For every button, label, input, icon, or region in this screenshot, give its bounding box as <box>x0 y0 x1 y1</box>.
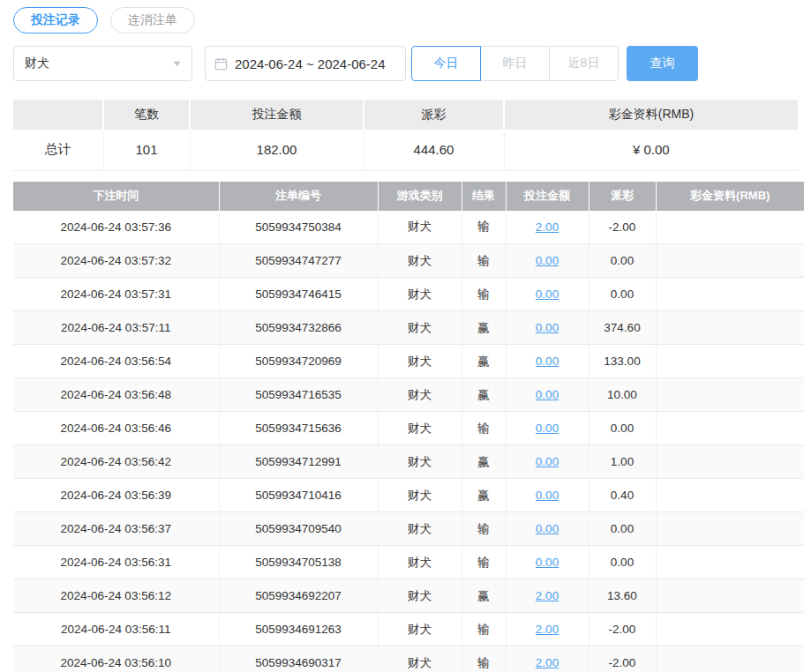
records-header-payout: 派彩 <box>589 182 656 211</box>
date-range-value: 2024-06-24 ~ 2024-06-24 <box>235 56 386 71</box>
bet-amount-link[interactable]: 0.00 <box>536 287 559 301</box>
quick-date-buttons: 今日 昨日 近8日 <box>411 46 619 81</box>
bet-time-cell: 2024-06-24 03:57:32 <box>13 244 219 278</box>
table-row: 2024-06-24 03:56:105059934690317财犬输2.00-… <box>13 646 804 672</box>
tab-cancelled-orders[interactable]: 连消注单 <box>110 7 195 34</box>
bet-amount-cell: 0.00 <box>506 512 589 546</box>
calendar-icon <box>214 57 228 71</box>
bet-amount-link[interactable]: 2.00 <box>536 589 559 602</box>
table-row: 2024-06-24 03:56:395059934710416财犬赢0.000… <box>13 479 804 512</box>
game-type-cell: 财犬 <box>378 445 462 479</box>
summary-total-bonus: ¥ 0.00 <box>504 130 798 170</box>
records-header-order-id: 注单编号 <box>219 182 378 211</box>
table-row: 2024-06-24 03:56:485059934716535财犬赢0.001… <box>13 378 804 412</box>
bet-amount-link[interactable]: 0.00 <box>536 522 559 535</box>
bonus-cell <box>656 345 804 378</box>
bet-time-cell: 2024-06-24 03:56:48 <box>13 378 219 412</box>
records-header-result: 结果 <box>462 182 506 211</box>
game-type-cell: 财犬 <box>378 613 462 646</box>
records-header-row: 下注时间 注单编号 游戏类别 结果 投注金额 派彩 彩金资料(RMB) <box>13 182 804 211</box>
bonus-cell <box>656 479 804 512</box>
table-row: 2024-06-24 03:56:465059934715636财犬输0.000… <box>13 412 804 445</box>
order-id-cell: 5059934692207 <box>219 579 378 613</box>
table-row: 2024-06-24 03:57:365059934750384财犬输2.00-… <box>13 211 804 244</box>
bonus-cell <box>656 311 804 345</box>
game-type-cell: 财犬 <box>378 412 462 445</box>
bet-amount-cell: 2.00 <box>506 613 589 646</box>
bonus-cell <box>656 378 804 412</box>
payout-cell: -2.00 <box>589 211 656 244</box>
bet-amount-link[interactable]: 0.00 <box>536 355 559 368</box>
tab-bet-records[interactable]: 投注记录 <box>13 7 98 34</box>
payout-cell: 13.60 <box>589 579 656 613</box>
records-header-bet-amount: 投注金额 <box>506 182 589 211</box>
payout-cell: -2.00 <box>589 613 656 646</box>
bet-amount-cell: 0.00 <box>506 311 589 345</box>
result-cell: 输 <box>462 412 506 445</box>
order-id-cell: 5059934720969 <box>219 345 378 378</box>
summary-header-count: 笔数 <box>103 100 190 130</box>
result-cell: 输 <box>462 646 506 672</box>
payout-cell: 0.00 <box>589 412 656 445</box>
payout-cell: 133.00 <box>589 345 656 378</box>
order-id-cell: 5059934710416 <box>219 479 378 512</box>
game-type-cell: 财犬 <box>378 211 462 244</box>
bet-time-cell: 2024-06-24 03:56:37 <box>13 512 219 546</box>
game-type-cell: 财犬 <box>378 278 462 311</box>
result-cell: 输 <box>462 211 506 244</box>
bet-time-cell: 2024-06-24 03:56:31 <box>13 546 219 579</box>
bet-time-cell: 2024-06-24 03:56:12 <box>13 579 219 613</box>
bet-amount-link[interactable]: 2.00 <box>536 220 559 234</box>
quick-btn-today[interactable]: 今日 <box>411 46 481 81</box>
bet-time-cell: 2024-06-24 03:57:36 <box>13 211 219 244</box>
quick-btn-last-8-days[interactable]: 近8日 <box>549 46 619 81</box>
bet-amount-link[interactable]: 2.00 <box>536 623 559 636</box>
bet-time-cell: 2024-06-24 03:56:46 <box>13 412 219 445</box>
table-row: 2024-06-24 03:56:545059934720969财犬赢0.001… <box>13 345 804 378</box>
chevron-down-icon: ▼ <box>171 59 182 68</box>
game-select[interactable]: 财犬 ▼ <box>13 46 192 81</box>
bet-amount-cell: 2.00 <box>506 579 589 613</box>
bet-amount-link[interactable]: 0.00 <box>536 422 559 435</box>
result-cell: 赢 <box>462 579 506 613</box>
search-button[interactable]: 查询 <box>627 46 698 81</box>
result-cell: 赢 <box>462 378 506 412</box>
quick-btn-yesterday[interactable]: 昨日 <box>480 46 550 81</box>
game-type-cell: 财犬 <box>378 512 462 546</box>
bet-amount-link[interactable]: 0.00 <box>536 388 559 401</box>
order-id-cell: 5059934690317 <box>219 646 378 672</box>
game-select-value: 财犬 <box>25 56 49 71</box>
bet-amount-link[interactable]: 0.00 <box>536 489 559 502</box>
bet-amount-cell: 2.00 <box>506 211 589 244</box>
date-range-picker[interactable]: 2024-06-24 ~ 2024-06-24 <box>205 46 406 81</box>
game-type-cell: 财犬 <box>378 546 462 579</box>
bet-amount-cell: 0.00 <box>506 244 589 278</box>
bet-amount-link[interactable]: 0.00 <box>536 455 559 468</box>
bet-time-cell: 2024-06-24 03:56:39 <box>13 479 219 512</box>
game-type-cell: 财犬 <box>378 646 462 672</box>
bet-amount-link[interactable]: 0.00 <box>536 254 559 267</box>
bet-amount-link[interactable]: 0.00 <box>536 321 559 334</box>
bet-time-cell: 2024-06-24 03:57:31 <box>13 278 219 311</box>
bet-amount-link[interactable]: 2.00 <box>536 656 559 669</box>
order-id-cell: 5059934691263 <box>219 613 378 646</box>
bet-amount-cell: 0.00 <box>506 546 589 579</box>
order-id-cell: 5059934716535 <box>219 378 378 412</box>
records-table: 下注时间 注单编号 游戏类别 结果 投注金额 派彩 彩金资料(RMB) 2024… <box>13 182 804 672</box>
bonus-cell <box>656 412 804 445</box>
bonus-cell <box>656 646 804 672</box>
order-id-cell: 5059934715636 <box>219 412 378 445</box>
bet-amount-cell: 0.00 <box>506 479 589 512</box>
result-cell: 赢 <box>462 345 506 378</box>
table-row: 2024-06-24 03:56:425059934712991财犬赢0.001… <box>13 445 804 479</box>
bonus-cell <box>656 579 804 613</box>
bonus-cell <box>656 613 804 646</box>
bet-time-cell: 2024-06-24 03:57:11 <box>13 311 219 345</box>
result-cell: 赢 <box>462 479 506 512</box>
bet-amount-link[interactable]: 0.00 <box>536 556 559 569</box>
result-cell: 输 <box>462 613 506 646</box>
summary-total-label: 总计 <box>13 130 103 170</box>
bet-time-cell: 2024-06-24 03:56:42 <box>13 445 219 479</box>
summary-header-bonus: 彩金资料(RMB) <box>504 100 798 130</box>
records-header-game-type: 游戏类别 <box>378 182 462 211</box>
